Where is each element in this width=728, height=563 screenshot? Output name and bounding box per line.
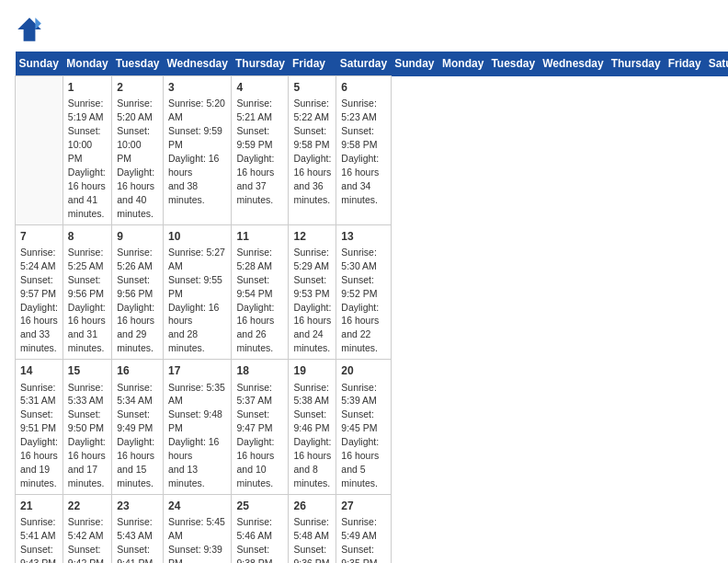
calendar-cell: 24Sunrise: 5:45 AM Sunset: 9:39 PM Dayli… xyxy=(164,494,232,563)
day-info: Sunrise: 5:46 AM Sunset: 9:38 PM Dayligh… xyxy=(236,515,283,563)
day-info: Sunrise: 5:29 AM Sunset: 9:53 PM Dayligh… xyxy=(293,246,331,355)
calendar-cell: 16Sunrise: 5:34 AM Sunset: 9:49 PM Dayli… xyxy=(112,360,164,495)
day-info: Sunrise: 5:41 AM Sunset: 9:43 PM Dayligh… xyxy=(20,515,58,563)
calendar-cell: 11Sunrise: 5:28 AM Sunset: 9:54 PM Dayli… xyxy=(232,224,289,360)
day-number: 14 xyxy=(20,363,58,379)
day-number: 3 xyxy=(168,80,226,96)
calendar-cell: 27Sunrise: 5:49 AM Sunset: 9:35 PM Dayli… xyxy=(336,494,391,563)
day-info: Sunrise: 5:39 AM Sunset: 9:45 PM Dayligh… xyxy=(341,381,385,490)
day-info: Sunrise: 5:31 AM Sunset: 9:51 PM Dayligh… xyxy=(20,381,58,490)
calendar-cell: 4Sunrise: 5:21 AM Sunset: 9:59 PM Daylig… xyxy=(232,76,289,225)
day-info: Sunrise: 5:43 AM Sunset: 9:41 PM Dayligh… xyxy=(117,515,158,563)
calendar-cell: 14Sunrise: 5:31 AM Sunset: 9:51 PM Dayli… xyxy=(16,360,63,495)
day-number: 26 xyxy=(293,499,331,514)
day-info: Sunrise: 5:19 AM Sunset: 10:00 PM Daylig… xyxy=(68,97,107,220)
day-number: 2 xyxy=(117,80,158,96)
day-header-saturday: Saturday xyxy=(705,52,728,76)
calendar-cell: 25Sunrise: 5:46 AM Sunset: 9:38 PM Dayli… xyxy=(232,494,289,563)
calendar-week-1: 1Sunrise: 5:19 AM Sunset: 10:00 PM Dayli… xyxy=(16,76,729,225)
day-header-wednesday: Wednesday xyxy=(164,52,232,76)
calendar-cell: 18Sunrise: 5:37 AM Sunset: 9:47 PM Dayli… xyxy=(232,360,289,495)
day-info: Sunrise: 5:37 AM Sunset: 9:47 PM Dayligh… xyxy=(236,381,283,490)
day-number: 16 xyxy=(117,363,158,379)
day-header-sunday: Sunday xyxy=(391,52,438,76)
day-number: 6 xyxy=(341,80,385,96)
day-number: 8 xyxy=(68,229,107,245)
calendar-table: SundayMondayTuesdayWednesdayThursdayFrid… xyxy=(15,52,728,563)
day-header-wednesday: Wednesday xyxy=(539,52,607,76)
day-info: Sunrise: 5:49 AM Sunset: 9:35 PM Dayligh… xyxy=(341,515,385,563)
day-header-friday: Friday xyxy=(289,52,336,76)
day-number: 17 xyxy=(168,363,226,379)
calendar-cell: 9Sunrise: 5:26 AM Sunset: 9:56 PM Daylig… xyxy=(112,224,164,360)
day-number: 19 xyxy=(293,363,331,379)
calendar-cell: 23Sunrise: 5:43 AM Sunset: 9:41 PM Dayli… xyxy=(112,494,164,563)
day-info: Sunrise: 5:33 AM Sunset: 9:50 PM Dayligh… xyxy=(68,381,107,490)
day-number: 18 xyxy=(236,363,283,379)
calendar-cell: 15Sunrise: 5:33 AM Sunset: 9:50 PM Dayli… xyxy=(63,360,111,495)
calendar-cell: 8Sunrise: 5:25 AM Sunset: 9:56 PM Daylig… xyxy=(63,224,111,360)
day-info: Sunrise: 5:20 AM Sunset: 10:00 PM Daylig… xyxy=(117,97,158,220)
calendar-cell: 5Sunrise: 5:22 AM Sunset: 9:58 PM Daylig… xyxy=(289,76,336,225)
calendar-week-4: 21Sunrise: 5:41 AM Sunset: 9:43 PM Dayli… xyxy=(16,494,729,563)
day-number: 23 xyxy=(117,499,158,514)
day-number: 12 xyxy=(293,229,331,245)
day-info: Sunrise: 5:26 AM Sunset: 9:56 PM Dayligh… xyxy=(117,246,158,355)
day-number: 10 xyxy=(168,229,226,245)
day-number: 4 xyxy=(236,80,283,96)
day-header-tuesday: Tuesday xyxy=(487,52,539,76)
page-header xyxy=(15,15,713,44)
day-number: 5 xyxy=(293,80,331,96)
day-info: Sunrise: 5:21 AM Sunset: 9:59 PM Dayligh… xyxy=(236,97,283,206)
logo-icon xyxy=(15,15,44,44)
day-number: 11 xyxy=(236,229,283,245)
day-info: Sunrise: 5:30 AM Sunset: 9:52 PM Dayligh… xyxy=(341,246,385,355)
day-info: Sunrise: 5:42 AM Sunset: 9:42 PM Dayligh… xyxy=(68,515,107,563)
day-header-friday: Friday xyxy=(665,52,705,76)
calendar-cell: 6Sunrise: 5:23 AM Sunset: 9:58 PM Daylig… xyxy=(336,76,391,225)
day-number: 22 xyxy=(68,499,107,514)
day-number: 27 xyxy=(341,499,385,514)
day-header-monday: Monday xyxy=(438,52,487,76)
day-number: 1 xyxy=(68,80,107,96)
day-info: Sunrise: 5:38 AM Sunset: 9:46 PM Dayligh… xyxy=(293,381,331,490)
calendar-cell: 26Sunrise: 5:48 AM Sunset: 9:36 PM Dayli… xyxy=(289,494,336,563)
calendar-cell: 1Sunrise: 5:19 AM Sunset: 10:00 PM Dayli… xyxy=(63,76,111,225)
calendar-cell: 13Sunrise: 5:30 AM Sunset: 9:52 PM Dayli… xyxy=(336,224,391,360)
day-header-monday: Monday xyxy=(63,52,111,76)
calendar-cell: 19Sunrise: 5:38 AM Sunset: 9:46 PM Dayli… xyxy=(289,360,336,495)
day-header-saturday: Saturday xyxy=(336,52,391,76)
day-info: Sunrise: 5:22 AM Sunset: 9:58 PM Dayligh… xyxy=(293,97,331,206)
day-info: Sunrise: 5:35 AM Sunset: 9:48 PM Dayligh… xyxy=(168,381,226,490)
day-number: 25 xyxy=(236,499,283,514)
day-header-tuesday: Tuesday xyxy=(112,52,164,76)
calendar-cell: 7Sunrise: 5:24 AM Sunset: 9:57 PM Daylig… xyxy=(16,224,63,360)
calendar-cell xyxy=(16,76,63,225)
calendar-week-2: 7Sunrise: 5:24 AM Sunset: 9:57 PM Daylig… xyxy=(16,224,729,360)
day-number: 21 xyxy=(20,499,58,514)
day-number: 20 xyxy=(341,363,385,379)
calendar-cell: 12Sunrise: 5:29 AM Sunset: 9:53 PM Dayli… xyxy=(289,224,336,360)
day-info: Sunrise: 5:48 AM Sunset: 9:36 PM Dayligh… xyxy=(293,515,331,563)
calendar-cell: 22Sunrise: 5:42 AM Sunset: 9:42 PM Dayli… xyxy=(63,494,111,563)
day-info: Sunrise: 5:34 AM Sunset: 9:49 PM Dayligh… xyxy=(117,381,158,490)
day-header-sunday: Sunday xyxy=(16,52,63,76)
calendar-cell: 21Sunrise: 5:41 AM Sunset: 9:43 PM Dayli… xyxy=(16,494,63,563)
day-number: 13 xyxy=(341,229,385,245)
day-info: Sunrise: 5:45 AM Sunset: 9:39 PM Dayligh… xyxy=(168,515,226,563)
calendar-cell: 17Sunrise: 5:35 AM Sunset: 9:48 PM Dayli… xyxy=(164,360,232,495)
day-number: 7 xyxy=(20,229,58,245)
day-info: Sunrise: 5:27 AM Sunset: 9:55 PM Dayligh… xyxy=(168,246,226,355)
calendar-cell: 20Sunrise: 5:39 AM Sunset: 9:45 PM Dayli… xyxy=(336,360,391,495)
day-info: Sunrise: 5:28 AM Sunset: 9:54 PM Dayligh… xyxy=(236,246,283,355)
day-number: 24 xyxy=(168,499,226,514)
day-info: Sunrise: 5:23 AM Sunset: 9:58 PM Dayligh… xyxy=(341,97,385,206)
calendar-week-3: 14Sunrise: 5:31 AM Sunset: 9:51 PM Dayli… xyxy=(16,360,729,495)
day-number: 9 xyxy=(117,229,158,245)
day-info: Sunrise: 5:25 AM Sunset: 9:56 PM Dayligh… xyxy=(68,246,107,355)
day-number: 15 xyxy=(68,363,107,379)
day-header-thursday: Thursday xyxy=(608,52,665,76)
day-header-thursday: Thursday xyxy=(232,52,289,76)
calendar-cell: 10Sunrise: 5:27 AM Sunset: 9:55 PM Dayli… xyxy=(164,224,232,360)
calendar-header-row: SundayMondayTuesdayWednesdayThursdayFrid… xyxy=(16,52,729,76)
